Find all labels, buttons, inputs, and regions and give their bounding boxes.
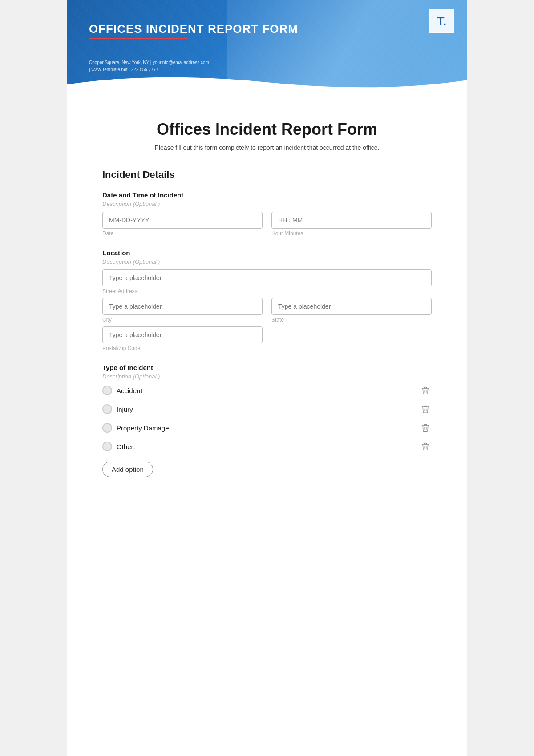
- radio-option-accident: Accident: [102, 384, 432, 397]
- radio-left-injury: Injury: [102, 404, 133, 414]
- radio-circle-injury[interactable]: [102, 404, 112, 414]
- add-option-button[interactable]: Add option: [102, 462, 153, 477]
- location-description: Description (Optional ): [102, 258, 432, 265]
- radio-circle-property-damage[interactable]: [102, 423, 112, 433]
- city-state-row: City State: [102, 298, 432, 323]
- date-time-label: Date and Time of Incident: [102, 191, 432, 199]
- delete-injury-button[interactable]: [419, 403, 432, 415]
- delete-other-button[interactable]: [419, 440, 432, 453]
- street-row: Street Address: [102, 269, 432, 294]
- radio-option-injury: Injury: [102, 403, 432, 415]
- date-time-description: Description (Optional ): [102, 201, 432, 207]
- radio-options-list: Accident In: [102, 384, 432, 453]
- state-sublabel: State: [271, 317, 432, 323]
- city-input[interactable]: [102, 298, 263, 315]
- incident-type-description: Description (Optional ): [102, 373, 432, 380]
- form-content: Offices Incident Report Form Please fill…: [67, 98, 467, 516]
- radio-label-property-damage: Property Damage: [117, 424, 169, 432]
- zip-input[interactable]: [102, 326, 263, 343]
- time-sublabel: Hour Minutes: [271, 230, 432, 237]
- date-col: Date: [102, 212, 263, 237]
- header-title-area: OFFICES INCIDENT REPORT FORM: [89, 22, 298, 39]
- contact-line2: | www.Template.net | 222 555 7777: [89, 66, 209, 73]
- incident-type-group: Type of Incident Description (Optional )…: [102, 364, 432, 477]
- radio-circle-accident[interactable]: [102, 386, 112, 395]
- radio-left-accident: Accident: [102, 386, 142, 395]
- date-time-row: Date Hour Minutes: [102, 212, 432, 237]
- zip-sublabel: Postal/Zip Code: [102, 345, 263, 351]
- location-label: Location: [102, 249, 432, 257]
- time-input[interactable]: [271, 212, 432, 229]
- contact-line1: Cooper Square, New York, NY | yourinfo@e…: [89, 59, 209, 66]
- street-sublabel: Street Address: [102, 288, 432, 294]
- state-col: State: [271, 298, 432, 323]
- radio-label-other: Other:: [117, 443, 135, 450]
- header-title: OFFICES INCIDENT REPORT FORM: [89, 22, 298, 36]
- zip-row: Postal/Zip Code: [102, 326, 432, 351]
- delete-accident-button[interactable]: [419, 384, 432, 397]
- header-contact: Cooper Square, New York, NY | yourinfo@e…: [89, 59, 209, 73]
- page: OFFICES INCIDENT REPORT FORM Cooper Squa…: [67, 0, 467, 756]
- add-option-label: Add option: [112, 466, 144, 473]
- time-col: Hour Minutes: [271, 212, 432, 237]
- header-banner: OFFICES INCIDENT REPORT FORM Cooper Squa…: [67, 0, 467, 98]
- date-input[interactable]: [102, 212, 263, 229]
- city-sublabel: City: [102, 317, 263, 323]
- radio-left-other: Other:: [102, 442, 135, 451]
- section-incident-details: Incident Details: [102, 169, 432, 181]
- date-sublabel: Date: [102, 230, 263, 237]
- location-group: Location Description (Optional ) Street …: [102, 249, 432, 351]
- street-input[interactable]: [102, 269, 432, 286]
- zip-col: Postal/Zip Code: [102, 326, 263, 351]
- radio-left-property-damage: Property Damage: [102, 423, 169, 433]
- radio-circle-other[interactable]: [102, 442, 112, 451]
- incident-type-label: Type of Incident: [102, 364, 432, 371]
- radio-label-accident: Accident: [117, 387, 142, 394]
- date-time-group: Date and Time of Incident Description (O…: [102, 191, 432, 237]
- state-input[interactable]: [271, 298, 432, 315]
- radio-label-injury: Injury: [117, 406, 133, 413]
- header-wave: [67, 71, 467, 98]
- city-col: City: [102, 298, 263, 323]
- radio-option-property-damage: Property Damage: [102, 422, 432, 434]
- form-main-title: Offices Incident Report Form: [102, 120, 432, 139]
- header-logo: T.: [429, 9, 454, 33]
- header-title-underline: [89, 38, 187, 39]
- delete-property-damage-button[interactable]: [419, 422, 432, 434]
- radio-option-other: Other:: [102, 440, 432, 453]
- form-subtitle: Please fill out this form completely to …: [102, 144, 432, 151]
